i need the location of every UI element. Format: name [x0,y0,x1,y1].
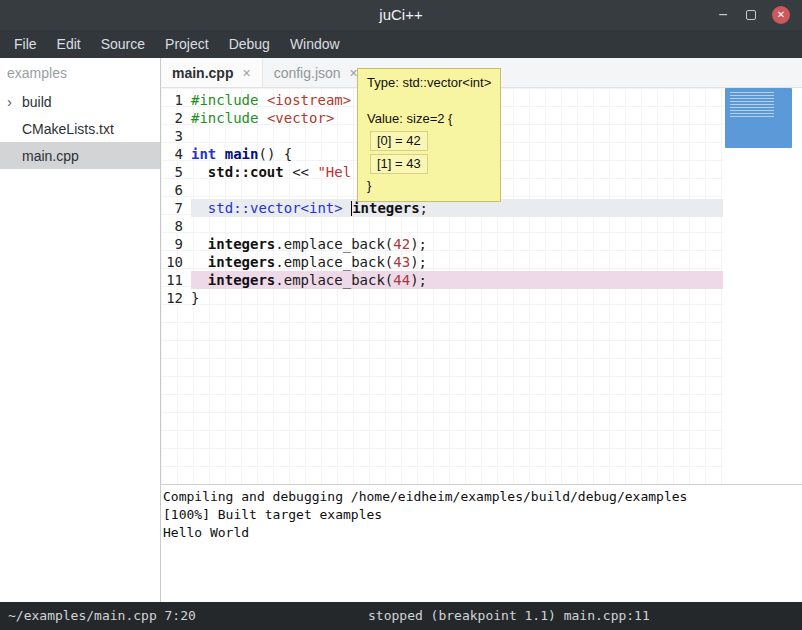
code-token: integers [208,254,275,270]
code-token [191,272,208,288]
line-number[interactable]: 8 [161,217,191,235]
line-number[interactable]: 5 [161,163,191,181]
tree-item-main.cpp[interactable]: main.cpp [0,142,160,169]
tree-item-label: build [22,94,52,110]
titlebar: juCi++ − ✕ [0,0,802,30]
source-map[interactable] [723,88,802,484]
tab-label: main.cpp [172,65,233,81]
tree-item-label: main.cpp [22,148,79,164]
output-line: [100%] Built target examples [163,506,802,524]
tab-close-icon[interactable]: × [242,65,250,81]
tab-main.cpp[interactable]: main.cpp× [161,58,263,87]
line-content [191,217,723,235]
line-content: integers.emplace_back(42); [191,235,723,253]
output-pane[interactable]: Compiling and debugging /home/eidheim/ex… [161,484,802,602]
tooltip-value-row: [0] = 42 [370,131,428,151]
line-content: integers.emplace_back(43); [191,253,723,271]
editor-pane: main.cpp×config.json× 1#include <iostrea… [161,58,802,602]
code-token: .emplace_back( [275,254,393,270]
code-token: <iostream> [267,92,351,108]
chevron-right-icon[interactable]: › [7,94,22,109]
status-debug-state: stopped (breakpoint 1.1) main.cpp:11 [368,602,650,630]
line-number[interactable]: 2 [161,109,191,127]
code-line-9[interactable]: 9 integers.emplace_back(42); [161,235,723,253]
output-line: Hello World [163,524,802,542]
code-token [191,236,208,252]
main-area: examples ›buildCMakeLists.txtmain.cpp ma… [0,58,802,602]
code-token: ); [410,254,427,270]
line-number[interactable]: 11 [161,271,191,289]
code-token: 42 [393,236,410,252]
sidebar-header: examples [0,58,160,88]
code-token: integers [208,272,275,288]
file-browser-sidebar: examples ›buildCMakeLists.txtmain.cpp [0,58,160,602]
statusbar: ~/examples/main.cpp 7:20 stopped (breakp… [0,602,802,630]
menu-item-file[interactable]: File [4,30,47,58]
window-controls: − ✕ [716,0,790,30]
line-number[interactable]: 1 [161,91,191,109]
code-token: #include [191,92,258,108]
code-token [191,164,208,180]
code-token: .emplace_back( [275,272,393,288]
code-token [343,200,351,216]
code-token: <vector> [267,110,334,126]
output-line: Compiling and debugging /home/eidheim/ex… [163,488,802,506]
line-number[interactable]: 4 [161,145,191,163]
line-number[interactable]: 6 [161,181,191,199]
tree-item-label: CMakeLists.txt [22,121,114,137]
menu-item-source[interactable]: Source [91,30,155,58]
minimize-icon[interactable]: − [716,7,730,23]
tree-item-build[interactable]: ›build [0,88,160,115]
source-map-slider[interactable] [725,88,792,148]
line-number[interactable]: 7 [161,199,191,217]
code-token [216,146,224,162]
code-token: ; [420,200,428,216]
menu-item-edit[interactable]: Edit [47,30,91,58]
app-window: juCi++ − ✕ FileEditSourceProjectDebugWin… [0,0,802,630]
code-token: .emplace_back( [275,236,393,252]
menu-item-debug[interactable]: Debug [219,30,280,58]
code-token: std::cout [208,164,284,180]
menu-item-window[interactable]: Window [280,30,350,58]
code-token: std::vector<int> [208,200,343,216]
maximize-icon[interactable] [746,10,756,20]
code-token: } [191,290,199,306]
status-file-position: ~/examples/main.cpp 7:20 [8,602,196,630]
tab-label: config.json [274,65,341,81]
code-token [191,254,208,270]
code-token: "Hel [317,164,351,180]
source-map-code-lines [730,92,774,119]
line-number[interactable]: 10 [161,253,191,271]
tooltip-value-rows: [0] = 42[1] = 43 [367,131,491,174]
code-token: () { [258,146,292,162]
tree-item-cmakelists.txt[interactable]: CMakeLists.txt [0,115,160,142]
tab-config.json[interactable]: config.json× [263,58,369,87]
code-token: integers [208,236,275,252]
code-token: main [225,146,259,162]
menu-item-project[interactable]: Project [155,30,219,58]
code-line-8[interactable]: 8 [161,217,723,235]
line-number[interactable]: 12 [161,289,191,307]
code-token: #include [191,110,258,126]
code-line-12[interactable]: 12} [161,289,723,307]
code-token: int [191,146,216,162]
line-number[interactable]: 3 [161,127,191,145]
line-number[interactable]: 9 [161,235,191,253]
file-tree: ›buildCMakeLists.txtmain.cpp [0,88,160,169]
code-line-11[interactable]: 11 integers.emplace_back(44); [161,271,723,289]
tooltip-value-row: [1] = 43 [370,154,428,174]
code-token: ); [410,236,427,252]
line-content: } [191,289,723,307]
code-token [258,110,266,126]
tooltip-value-footer: } [367,177,491,195]
code-line-10[interactable]: 10 integers.emplace_back(43); [161,253,723,271]
tooltip-type: Type: std::vector<int> [367,74,491,92]
code-token [258,92,266,108]
code-token: 43 [393,254,410,270]
tooltip-gap [367,92,491,110]
close-icon[interactable]: ✕ [772,6,790,24]
code-token: integers [352,200,419,216]
code-token: << [284,164,318,180]
debug-value-tooltip: Type: std::vector<int> Value: size=2 { [… [357,68,501,202]
window-title: juCi++ [0,0,802,30]
